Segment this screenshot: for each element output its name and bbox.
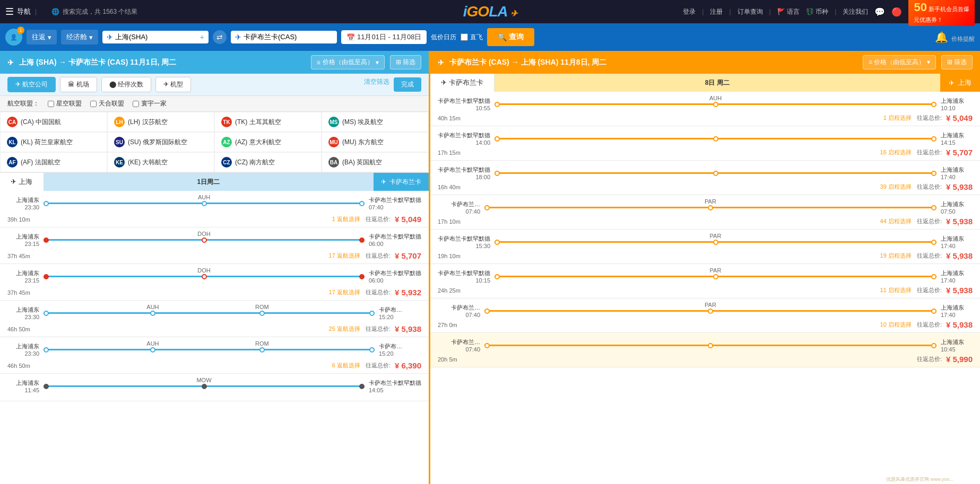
left-tab-shanghai[interactable]: ✈ 上海 — [0, 173, 44, 191]
airline-cz[interactable]: CZ (CZ) 南方航空 — [214, 152, 322, 172]
promo-box[interactable]: 50 新手机会员首爆 元优惠券！ — [908, 0, 975, 26]
nav-menu-label[interactable]: 导航 — [17, 7, 31, 16]
left-tab-date[interactable]: 1日周二 — [44, 173, 374, 191]
table-row[interactable]: 上海浦东 23:30 AUH ROM — [0, 301, 429, 337]
table-row[interactable]: 卡萨布兰卡默罕默德 10:15 PAR 上海浦东 17:40 — [430, 264, 980, 298]
filter-tab-stops[interactable]: ⬤ 经停次数 — [101, 77, 151, 92]
top-nav: ☰ 导航 | 🌐 搜索完成，共 1563 个结果 iGOLA ✈ 登录 | 注册… — [0, 0, 980, 23]
right-tab-cas[interactable]: ✈ 卡萨布兰卡 — [430, 74, 495, 92]
nav-link-lang[interactable]: 🚩 语言 — [777, 7, 800, 16]
flight-main-1: 上海浦东 23:30 AUH 卡萨布兰卡默罕默德 07:40 — [7, 196, 421, 210]
alliance-star[interactable]: 星空联盟 — [48, 99, 82, 108]
f-price-1: ¥ 5,049 — [395, 215, 421, 224]
table-row[interactable]: 上海浦东 23:15 DOH 卡萨布兰卡默罕默德 06:00 — [0, 264, 429, 301]
table-row[interactable]: 卡萨布兰… 07:40 PAR 上海浦东 17:40 — [430, 298, 980, 333]
right-flight-list[interactable]: 卡萨布兰卡默罕默德 10:55 AUH 上海浦东 10:10 — [430, 92, 980, 484]
sort-icon: ≡ — [317, 59, 320, 66]
origin-city-1: 上海浦东 — [7, 196, 39, 204]
filter-tab-aircraft[interactable]: ✈ 机型 — [155, 77, 191, 92]
f-line-3: DOH — [44, 271, 365, 282]
f-choices-1[interactable]: 1 返航选择 — [332, 215, 360, 223]
right-filter-btn[interactable]: ⊞ 筛选 — [941, 55, 973, 69]
origin-input-group: ✈ + — [102, 31, 209, 43]
table-row[interactable]: 卡萨布兰卡默罕默德 10:55 AUH 上海浦东 10:10 — [430, 92, 980, 126]
rf-line-1: AUH — [495, 99, 936, 110]
filter-tab-airline[interactable]: ✈ 航空公司 — [7, 77, 56, 92]
trip-type-btn[interactable]: 往返 ▾ — [27, 30, 57, 45]
rf-line-wrap-6: PAR — [495, 276, 936, 277]
right-tab-date[interactable]: 8日 周二 — [495, 74, 940, 92]
airline-az[interactable]: AZ (AZ) 意大利航空 — [214, 132, 322, 152]
dest-input-group: ✈ — [231, 31, 337, 43]
f-origin-5: 上海浦东 23:30 — [7, 342, 39, 357]
nav-link-follow[interactable]: 关注我们 — [843, 7, 868, 16]
right-sort-chevron: ▾ — [927, 58, 930, 66]
nav-link-currency[interactable]: 💱 币种 — [806, 7, 828, 16]
nav-link-orders[interactable]: 订单查询 — [738, 7, 763, 16]
left-date-tabs: ✈ 上海 1日周二 ✈ 卡萨布兰卡 — [0, 173, 429, 191]
direct-flight-checkbox[interactable] — [461, 33, 468, 41]
swap-button[interactable]: ⇄ — [213, 30, 227, 44]
nav-link-register[interactable]: 注册 — [710, 7, 723, 16]
f-stop-left-3 — [44, 274, 49, 279]
airline-ba[interactable]: BA (BA) 英国航空 — [322, 152, 429, 172]
airline-ca[interactable]: CA (CA) 中国国航 — [0, 112, 107, 132]
origin-input[interactable] — [115, 33, 198, 41]
filter-tab-airport[interactable]: 🏛 机场 — [60, 77, 97, 92]
f-stop-left-1 — [44, 201, 49, 206]
table-row[interactable]: 卡萨布兰… 07:40 上海浦东 10:45 — [430, 333, 980, 367]
alliance-oneworld[interactable]: 寰宇一家 — [133, 99, 167, 108]
table-row[interactable]: 上海浦东 23:15 DOH 卡萨布兰卡默罕默德 06:00 — [0, 227, 429, 264]
f-line-4: AUH ROM — [44, 308, 375, 319]
nav-logo[interactable]: iGOLA ✈ — [463, 3, 517, 20]
nav-divider-1: | — [35, 8, 37, 15]
date-picker[interactable]: 📅 11月01日 - 11月08日 — [341, 30, 427, 44]
airline-af[interactable]: AF (AF) 法国航空 — [0, 152, 107, 172]
airline-tab-icon: ✈ — [15, 81, 21, 88]
airline-tk[interactable]: TK (TK) 土耳其航空 — [214, 112, 322, 132]
flight-main-6: 上海浦东 11:45 MOW 卡萨布兰卡默罕默德 14:05 — [7, 379, 421, 393]
dest-input[interactable] — [244, 33, 333, 41]
table-row[interactable]: 卡萨布兰卡默罕默德 14:00 上海浦东 14:15 — [430, 126, 980, 161]
nav-link-login[interactable]: 登录 — [683, 7, 696, 16]
airline-mu[interactable]: MU (MU) 东方航空 — [322, 132, 429, 152]
table-row[interactable]: 卡萨布兰卡默罕默德 15:30 PAR 上海浦东 17:40 — [430, 230, 980, 264]
table-row[interactable]: 卡萨布兰… 07:40 PAR 上海浦东 07:50 — [430, 195, 980, 230]
right-sort-btn[interactable]: ≡ 价格（由低至高） ▾ — [863, 55, 936, 69]
clear-filter-btn[interactable]: 清空筛选 — [364, 77, 389, 92]
right-dest-icon: ✈ — [949, 79, 955, 87]
table-row[interactable]: 卡萨布兰卡默罕默德 18:00 上海浦东 17:40 — [430, 161, 980, 195]
f-line-bar-4: AUH ROM — [44, 312, 375, 314]
origin-add-icon[interactable]: + — [200, 33, 204, 41]
airline-kl[interactable]: KL (KL) 荷兰皇家航空 — [0, 132, 107, 152]
bell-area[interactable]: 🔔 价格提醒 — [935, 31, 975, 43]
airline-ms[interactable]: MS (MS) 埃及航空 — [322, 112, 429, 132]
weibo-icon[interactable]: 🔴 — [891, 7, 902, 17]
alliance-label: 航空联盟： — [7, 99, 39, 108]
right-tab-sha[interactable]: ✈ 上海 — [940, 74, 980, 92]
airline-su[interactable]: SU (SU) 俄罗斯国际航空 — [107, 132, 214, 152]
hamburger-icon[interactable]: ☰ — [5, 6, 14, 17]
user-icon[interactable]: 👤1 — [5, 29, 22, 46]
left-filter-btn[interactable]: ⊞ 筛选 — [390, 55, 421, 69]
f-price-label-1: 往返总价: — [366, 215, 391, 223]
f-line-2: DOH — [44, 235, 365, 245]
table-row[interactable]: 上海浦东 11:45 MOW 卡萨布兰卡默罕默德 14:05 — [0, 374, 429, 401]
done-btn[interactable]: 完成 — [394, 77, 421, 92]
airline-ke[interactable]: KE (KE) 大韩航空 — [107, 152, 214, 172]
alliance-skyteam[interactable]: 天合联盟 — [90, 99, 124, 108]
low-fare-link[interactable]: 低价日历 — [431, 33, 456, 42]
table-row[interactable]: 上海浦东 23:30 AUH ROM — [0, 337, 429, 374]
search-button[interactable]: 🔍 查询 — [487, 28, 534, 46]
wechat-icon[interactable]: 💬 — [874, 7, 885, 17]
rf-origin-6: 卡萨布兰卡默罕默德 10:15 — [438, 269, 490, 284]
f-stop-mid-1 — [202, 201, 207, 206]
cabin-type-btn[interactable]: 经济舱 ▾ — [61, 30, 98, 45]
left-flight-list[interactable]: 上海浦东 23:30 AUH 卡萨布兰卡默罕默德 07:40 — [0, 191, 429, 484]
f-stop2-label-5: ROM — [255, 340, 269, 347]
left-tab-dest[interactable]: ✈ 卡萨布兰卡 — [374, 173, 429, 191]
stops-tab-icon: ⬤ — [109, 81, 116, 88]
airline-lh[interactable]: LH (LH) 汉莎航空 — [107, 112, 214, 132]
left-sort-btn[interactable]: ≡ 价格（由低至高） ▾ — [311, 55, 385, 69]
table-row[interactable]: 上海浦东 23:30 AUH 卡萨布兰卡默罕默德 07:40 — [0, 191, 429, 227]
